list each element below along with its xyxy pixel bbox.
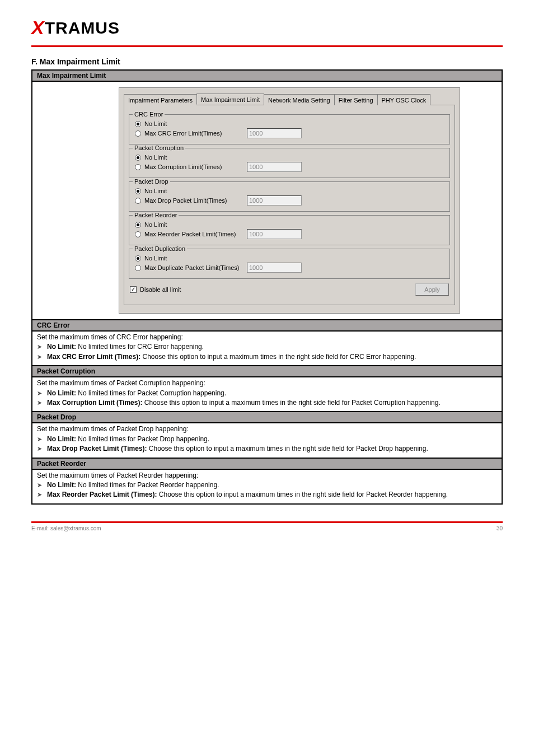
tab-filter-setting[interactable]: Filter Setting [334,94,378,105]
logo-rest: TRAMUS [45,18,120,37]
radio-max-limit[interactable] [135,130,141,137]
row-body-4: Set the maximum times of Packet Reorder … [32,470,502,503]
bullet-text: Max Reorder Packet Limit (Times): Choose… [47,490,448,500]
footer-left: E-mail: sales@xtramus.com [31,525,101,531]
dialog: Impairment Parameters Max Impairment Lim… [119,87,460,314]
bullet-text: Max CRC Error Limit (Times): Choose this… [47,352,416,362]
label-no-limit: No Limit [144,255,167,262]
label-no-limit: No Limit [144,221,167,228]
section-title: F. Max Impairment Limit [0,47,534,69]
checkbox-disable-all[interactable]: ✓ [130,286,137,293]
input-max-reorder[interactable] [247,229,302,239]
bullet-line: ➤No Limit: No limited times for Packet D… [37,435,497,444]
group-legend: Packet Corruption [133,144,185,151]
radio-max-limit[interactable] [135,198,141,204]
screenshot-cell: Impairment Parameters Max Impairment Lim… [32,82,502,320]
bullet-arrow-icon: ➤ [37,389,47,398]
label-no-limit: No Limit [144,188,167,194]
row-intro: Set the maximum times of CRC Error happe… [37,333,497,342]
bullet-text: Max Drop Packet Limit (Times): Choose th… [47,444,428,454]
row-body-1: Set the maximum times of CRC Error happe… [32,332,502,366]
row-body-2: Set the maximum times of Packet Corrupti… [32,377,502,412]
bullet-text: No Limit: No limited times for Packet Co… [47,389,226,398]
bullet-line: ➤No Limit: No limited times for CRC Erro… [37,342,497,352]
bullet-arrow-icon: ➤ [37,444,47,454]
radio-no-limit[interactable] [135,222,141,228]
label-max-limit: Max Drop Packet Limit(Times) [144,197,227,204]
input-max-drop[interactable] [247,195,302,206]
row-header-4: Packet Reorder [32,459,502,470]
radio-no-limit[interactable] [135,121,141,127]
label-max-limit: Max CRC Error Limit(Times) [144,130,222,137]
bullet-arrow-icon: ➤ [37,398,47,408]
bullet-line: ➤No Limit: No limited times for Packet R… [37,480,497,490]
radio-no-limit[interactable] [135,188,141,194]
bullet-arrow-icon: ➤ [37,490,47,500]
group-packet-reorder: Packet Reorder No Limit Max Reorder Pack… [129,215,450,245]
label-max-limit: Max Corruption Limit(Times) [144,164,222,170]
apply-button[interactable]: Apply [415,283,449,296]
label-disable-all: Disable all limit [140,286,181,293]
label-max-limit: Max Duplicate Packet Limit(Times) [144,264,240,271]
label-no-limit: No Limit [144,120,167,127]
group-packet-corruption: Packet Corruption No Limit Max Corruptio… [129,148,450,178]
logo-x: X [31,17,45,38]
radio-max-limit[interactable] [135,265,141,271]
row-intro: Set the maximum times of Packet Drop hap… [37,424,497,434]
row-body-3: Set the maximum times of Packet Drop hap… [32,423,502,458]
tab-impairment-parameters[interactable]: Impairment Parameters [124,94,197,105]
tab-max-impairment-limit[interactable]: Max Impairment Limit [196,94,264,105]
bullet-text: Max Corruption Limit (Times): Choose thi… [47,398,441,408]
radio-max-limit[interactable] [135,164,141,170]
content-table: Max Impairment Limit Impairment Paramete… [31,69,503,505]
bottom-row: ✓ Disable all limit Apply [129,283,450,296]
row-intro: Set the maximum times of Packet Corrupti… [37,379,497,388]
group-packet-duplication: Packet Duplication No Limit Max Duplicat… [129,249,450,279]
radio-no-limit[interactable] [135,155,141,161]
radio-no-limit[interactable] [135,255,141,262]
bullet-arrow-icon: ➤ [37,435,47,444]
label-no-limit: No Limit [144,154,167,161]
bullet-arrow-icon: ➤ [37,352,47,362]
group-legend: Packet Reorder [133,212,179,218]
row-header-2: Packet Corruption [32,366,502,377]
group-legend: Packet Duplication [133,245,187,252]
bullet-line: ➤No Limit: No limited times for Packet C… [37,389,497,398]
bullet-line: ➤Max Drop Packet Limit (Times): Choose t… [37,444,497,454]
input-max-corruption[interactable] [247,162,302,172]
bullet-line: ➤Max CRC Error Limit (Times): Choose thi… [37,352,497,362]
label-max-limit: Max Reorder Packet Limit(Times) [144,231,236,237]
row-intro: Set the maximum times of Packet Reorder … [37,471,497,480]
page-header: XTRAMUS [0,0,534,43]
row-header-0: Max Impairment Limit [32,71,502,82]
input-max-crc-error[interactable] [247,128,302,138]
bullet-arrow-icon: ➤ [37,342,47,352]
group-legend: Packet Drop [133,178,170,185]
group-crc-error: CRC Error No Limit Max CRC Error Limit(T… [129,114,450,144]
tab-network-media-setting[interactable]: Network Media Setting [264,94,335,105]
bullet-line: ➤Max Reorder Packet Limit (Times): Choos… [37,490,497,500]
page-footer: E-mail: sales@xtramus.com 30 [0,523,534,548]
group-packet-drop: Packet Drop No Limit Max Drop Packet Lim… [129,181,450,212]
bullet-text: No Limit: No limited times for CRC Error… [47,342,204,352]
bullet-text: No Limit: No limited times for Packet Dr… [47,435,209,444]
bullet-line: ➤Max Corruption Limit (Times): Choose th… [37,398,497,408]
dialog-body: CRC Error No Limit Max CRC Error Limit(T… [124,105,455,305]
bullet-text: No Limit: No limited times for Packet Re… [47,480,219,490]
tab-strip: Impairment Parameters Max Impairment Lim… [124,94,455,105]
row-header-3: Packet Drop [32,412,502,423]
logo: XTRAMUS [31,17,120,39]
row-header-1: CRC Error [32,320,502,332]
tab-phy-osc-clock[interactable]: PHY OSC Clock [377,94,431,105]
bullet-arrow-icon: ➤ [37,480,47,490]
footer-right: 30 [496,525,503,531]
group-legend: CRC Error [133,111,165,118]
radio-max-limit[interactable] [135,231,141,237]
input-max-duplicate[interactable] [247,263,302,273]
